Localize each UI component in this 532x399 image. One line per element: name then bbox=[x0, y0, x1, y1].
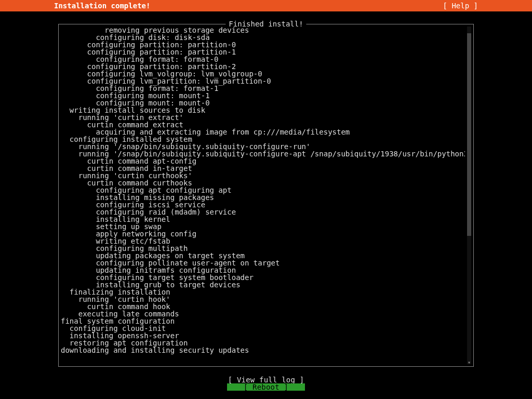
header-bar: Installation complete! [ Help ] bbox=[0, 0, 532, 11]
view-full-log-button[interactable]: [ View full log ] bbox=[227, 376, 305, 383]
scrollbar-track[interactable] bbox=[467, 26, 471, 364]
page-title: Installation complete! bbox=[4, 2, 150, 9]
main-stage: Finished install! removing previous stor… bbox=[58, 24, 474, 391]
scrollbar-thumb[interactable] bbox=[467, 33, 471, 236]
button-row: [ View full log ] [ Reboot ] bbox=[58, 376, 474, 391]
install-log[interactable]: removing previous storage devices config… bbox=[61, 26, 465, 364]
log-panel: Finished install! removing previous stor… bbox=[58, 24, 474, 367]
reboot-button[interactable]: [ Reboot ] bbox=[227, 383, 305, 391]
scroll-down-icon[interactable]: ▾ bbox=[467, 360, 472, 365]
help-button[interactable]: [ Help ] bbox=[443, 2, 528, 9]
